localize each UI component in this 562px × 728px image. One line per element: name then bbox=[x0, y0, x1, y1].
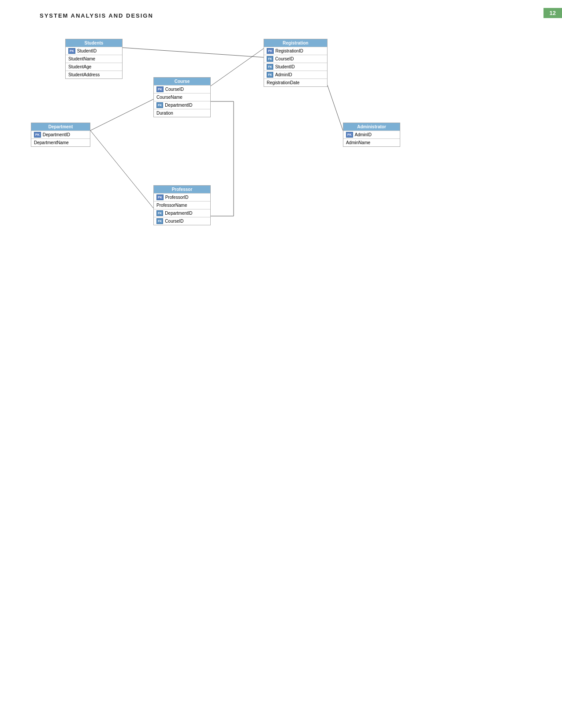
course-row-courseid: PK CourseID bbox=[154, 85, 210, 93]
field-label: StudentName bbox=[68, 56, 95, 61]
field-label: DepartmentID bbox=[165, 211, 192, 216]
field-label: DepartmentName bbox=[34, 140, 69, 145]
course-row-departmentid: FK DepartmentID bbox=[154, 101, 210, 109]
field-label: CourseID bbox=[275, 56, 294, 61]
registration-row-studentid: FK StudentID bbox=[264, 63, 327, 71]
entity-course: Course PK CourseID CourseName FK Departm… bbox=[153, 77, 211, 117]
pk-badge: PK bbox=[68, 48, 75, 54]
students-row-studentage: StudentAge bbox=[66, 63, 122, 71]
course-row-coursename: CourseName bbox=[154, 93, 210, 101]
svg-line-3 bbox=[90, 131, 153, 208]
students-row-studentid: PK StudentID bbox=[66, 47, 122, 55]
entity-administrator-header: Administrator bbox=[343, 123, 400, 131]
entity-professor-header: Professor bbox=[154, 186, 210, 193]
students-row-studentaddress: StudentAddress bbox=[66, 71, 122, 78]
field-label: CourseName bbox=[156, 95, 182, 100]
entity-department-header: Department bbox=[31, 123, 90, 131]
fk-badge: FK bbox=[267, 72, 273, 78]
professor-row-professorname: ProfessorName bbox=[154, 201, 210, 209]
fk-badge: FK bbox=[156, 210, 163, 216]
registration-row-registrationid: PK RegistrationID bbox=[264, 47, 327, 55]
field-label: CourseID bbox=[165, 87, 184, 92]
fk-badge: FK bbox=[267, 64, 273, 70]
administrator-row-adminid: PK AdminID bbox=[343, 131, 400, 138]
svg-line-1 bbox=[211, 49, 264, 86]
professor-row-departmentid: FK DepartmentID bbox=[154, 209, 210, 217]
entity-administrator: Administrator PK AdminID AdminName bbox=[343, 123, 400, 147]
fk-badge: FK bbox=[156, 102, 163, 108]
field-label: AdminName bbox=[346, 140, 370, 145]
page-number: 12 bbox=[543, 8, 562, 18]
pk-badge: PK bbox=[156, 86, 164, 92]
svg-line-2 bbox=[90, 99, 153, 131]
registration-row-adminid: FK AdminID bbox=[264, 71, 327, 78]
field-label: StudentID bbox=[77, 49, 97, 53]
fk-badge: FK bbox=[156, 218, 163, 224]
department-row-departmentid: PK DepartmentID bbox=[31, 131, 90, 138]
field-label: AdminID bbox=[275, 72, 292, 77]
pk-badge: PK bbox=[156, 194, 164, 200]
field-label: StudentAge bbox=[68, 64, 91, 69]
field-label: RegistrationDate bbox=[267, 80, 299, 85]
field-label: StudentID bbox=[275, 64, 294, 69]
entity-professor: Professor PK ProfessorID ProfessorName F… bbox=[153, 185, 211, 225]
field-label: Duration bbox=[156, 111, 173, 116]
field-label: ProfessorID bbox=[165, 195, 189, 200]
professor-row-professorid: PK ProfessorID bbox=[154, 193, 210, 201]
page-title: SYSTEM ANALYSIS AND DESIGN bbox=[40, 12, 153, 19]
field-label: ProfessorName bbox=[156, 203, 187, 208]
pk-badge: PK bbox=[34, 132, 41, 138]
pk-badge: PK bbox=[346, 132, 353, 138]
students-row-studentname: StudentName bbox=[66, 55, 122, 63]
field-label: AdminID bbox=[355, 132, 372, 137]
entity-registration-header: Registration bbox=[264, 39, 327, 47]
entity-students-header: Students bbox=[66, 39, 122, 47]
registration-row-registrationdate: RegistrationDate bbox=[264, 78, 327, 86]
administrator-row-adminname: AdminName bbox=[343, 138, 400, 146]
professor-row-courseid: FK CourseID bbox=[154, 217, 210, 225]
fk-badge: FK bbox=[267, 56, 273, 62]
entity-department: Department PK DepartmentID DepartmentNam… bbox=[31, 123, 90, 147]
entity-course-header: Course bbox=[154, 78, 210, 85]
field-label: CourseID bbox=[165, 219, 183, 224]
department-row-departmentname: DepartmentName bbox=[31, 138, 90, 146]
course-row-duration: Duration bbox=[154, 109, 210, 117]
svg-line-0 bbox=[123, 48, 264, 57]
entity-students: Students PK StudentID StudentName Studen… bbox=[65, 39, 123, 79]
field-label: DepartmentID bbox=[43, 132, 70, 137]
entity-registration: Registration PK RegistrationID FK Course… bbox=[264, 39, 328, 87]
field-label: RegistrationID bbox=[275, 49, 303, 53]
field-label: DepartmentID bbox=[165, 103, 192, 108]
pk-badge: PK bbox=[267, 48, 274, 54]
registration-row-courseid: FK CourseID bbox=[264, 55, 327, 63]
field-label: StudentAddress bbox=[68, 72, 100, 77]
